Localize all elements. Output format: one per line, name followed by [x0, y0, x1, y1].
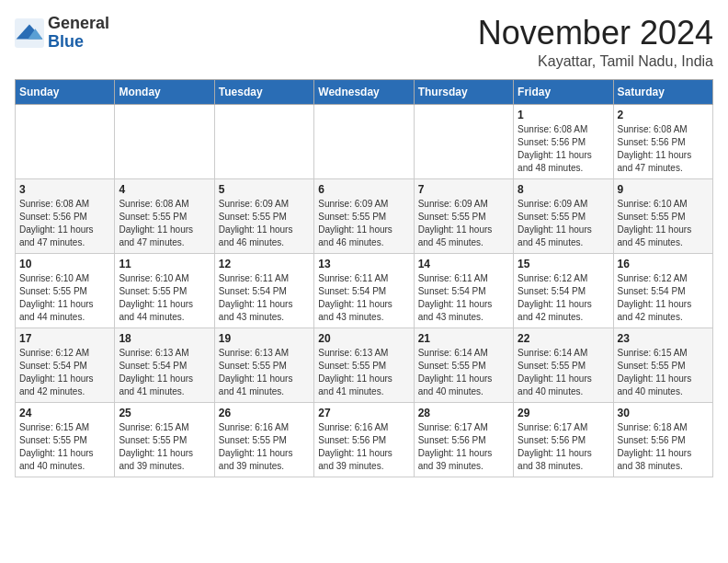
day-info: Sunrise: 6:18 AM Sunset: 5:56 PM Dayligh…	[618, 421, 709, 473]
calendar-cell	[115, 104, 214, 178]
day-info: Sunrise: 6:09 AM Sunset: 5:55 PM Dayligh…	[418, 198, 509, 249]
calendar-cell: 17Sunrise: 6:12 AM Sunset: 5:54 PM Dayli…	[16, 327, 115, 402]
day-number: 4	[119, 183, 210, 196]
calendar-cell	[414, 104, 513, 178]
day-number: 17	[19, 332, 110, 345]
logo-text: General Blue	[48, 15, 109, 52]
day-number: 24	[19, 407, 110, 419]
weekday-header-thursday: Thursday	[414, 79, 513, 104]
calendar-cell: 12Sunrise: 6:11 AM Sunset: 5:54 PM Dayli…	[214, 253, 313, 327]
day-number: 10	[19, 258, 110, 270]
day-number: 6	[318, 183, 409, 196]
day-info: Sunrise: 6:15 AM Sunset: 5:55 PM Dayligh…	[618, 347, 709, 398]
day-number: 22	[518, 332, 609, 345]
day-number: 14	[418, 258, 509, 270]
calendar-cell: 20Sunrise: 6:13 AM Sunset: 5:55 PM Dayli…	[314, 327, 414, 402]
location: Kayattar, Tamil Nadu, India	[478, 53, 713, 70]
day-info: Sunrise: 6:17 AM Sunset: 5:56 PM Dayligh…	[518, 421, 609, 473]
day-number: 30	[618, 407, 709, 419]
day-number: 5	[219, 183, 310, 196]
calendar-week-4: 24Sunrise: 6:15 AM Sunset: 5:55 PM Dayli…	[16, 402, 713, 477]
calendar-cell: 13Sunrise: 6:11 AM Sunset: 5:54 PM Dayli…	[314, 253, 414, 327]
day-number: 28	[418, 407, 509, 419]
day-info: Sunrise: 6:15 AM Sunset: 5:55 PM Dayligh…	[19, 421, 110, 473]
day-info: Sunrise: 6:08 AM Sunset: 5:56 PM Dayligh…	[618, 123, 709, 175]
calendar-cell: 23Sunrise: 6:15 AM Sunset: 5:55 PM Dayli…	[613, 327, 712, 402]
day-number: 3	[19, 183, 110, 196]
calendar-cell	[16, 104, 115, 178]
day-number: 9	[618, 183, 709, 196]
day-info: Sunrise: 6:09 AM Sunset: 5:55 PM Dayligh…	[219, 198, 310, 249]
calendar-cell: 24Sunrise: 6:15 AM Sunset: 5:55 PM Dayli…	[16, 402, 115, 477]
calendar-cell: 30Sunrise: 6:18 AM Sunset: 5:56 PM Dayli…	[613, 402, 712, 477]
calendar-cell: 22Sunrise: 6:14 AM Sunset: 5:55 PM Dayli…	[514, 327, 613, 402]
weekday-header-monday: Monday	[115, 79, 214, 104]
calendar-cell: 6Sunrise: 6:09 AM Sunset: 5:55 PM Daylig…	[314, 178, 414, 253]
day-info: Sunrise: 6:16 AM Sunset: 5:55 PM Dayligh…	[219, 421, 310, 473]
calendar-cell	[314, 104, 414, 178]
calendar-cell: 16Sunrise: 6:12 AM Sunset: 5:54 PM Dayli…	[613, 253, 712, 327]
day-info: Sunrise: 6:11 AM Sunset: 5:54 PM Dayligh…	[418, 272, 509, 324]
day-info: Sunrise: 6:11 AM Sunset: 5:54 PM Dayligh…	[219, 272, 310, 324]
day-number: 23	[618, 332, 709, 345]
day-info: Sunrise: 6:13 AM Sunset: 5:55 PM Dayligh…	[318, 347, 409, 398]
calendar-cell: 26Sunrise: 6:16 AM Sunset: 5:55 PM Dayli…	[214, 402, 313, 477]
day-number: 8	[518, 183, 609, 196]
day-info: Sunrise: 6:15 AM Sunset: 5:55 PM Dayligh…	[119, 421, 210, 473]
calendar-cell: 5Sunrise: 6:09 AM Sunset: 5:55 PM Daylig…	[214, 178, 313, 253]
weekday-header-friday: Friday	[514, 79, 613, 104]
calendar-cell: 29Sunrise: 6:17 AM Sunset: 5:56 PM Dayli…	[514, 402, 613, 477]
calendar-cell: 11Sunrise: 6:10 AM Sunset: 5:55 PM Dayli…	[115, 253, 214, 327]
day-number: 19	[219, 332, 310, 345]
day-number: 21	[418, 332, 509, 345]
calendar-cell: 8Sunrise: 6:09 AM Sunset: 5:55 PM Daylig…	[514, 178, 613, 253]
day-number: 12	[219, 258, 310, 270]
day-number: 15	[518, 258, 609, 270]
calendar-cell: 18Sunrise: 6:13 AM Sunset: 5:54 PM Dayli…	[115, 327, 214, 402]
weekday-header-sunday: Sunday	[16, 79, 115, 104]
day-number: 25	[119, 407, 210, 419]
day-info: Sunrise: 6:09 AM Sunset: 5:55 PM Dayligh…	[318, 198, 409, 249]
month-title: November 2024	[478, 15, 713, 52]
day-info: Sunrise: 6:08 AM Sunset: 5:56 PM Dayligh…	[19, 198, 110, 249]
calendar-table: SundayMondayTuesdayWednesdayThursdayFrid…	[15, 79, 713, 477]
calendar-week-3: 17Sunrise: 6:12 AM Sunset: 5:54 PM Dayli…	[16, 327, 713, 402]
logo: General Blue	[15, 15, 109, 52]
day-info: Sunrise: 6:11 AM Sunset: 5:54 PM Dayligh…	[318, 272, 409, 324]
day-info: Sunrise: 6:10 AM Sunset: 5:55 PM Dayligh…	[19, 272, 110, 324]
day-number: 7	[418, 183, 509, 196]
day-info: Sunrise: 6:14 AM Sunset: 5:55 PM Dayligh…	[518, 347, 609, 398]
calendar-week-0: 1Sunrise: 6:08 AM Sunset: 5:56 PM Daylig…	[16, 104, 713, 178]
calendar-cell: 4Sunrise: 6:08 AM Sunset: 5:55 PM Daylig…	[115, 178, 214, 253]
calendar-cell: 19Sunrise: 6:13 AM Sunset: 5:55 PM Dayli…	[214, 327, 313, 402]
calendar-cell: 25Sunrise: 6:15 AM Sunset: 5:55 PM Dayli…	[115, 402, 214, 477]
day-number: 13	[318, 258, 409, 270]
calendar-cell: 14Sunrise: 6:11 AM Sunset: 5:54 PM Dayli…	[414, 253, 513, 327]
day-number: 2	[618, 109, 709, 121]
day-info: Sunrise: 6:12 AM Sunset: 5:54 PM Dayligh…	[618, 272, 709, 324]
day-info: Sunrise: 6:10 AM Sunset: 5:55 PM Dayligh…	[618, 198, 709, 249]
calendar-cell	[214, 104, 313, 178]
calendar-body: 1Sunrise: 6:08 AM Sunset: 5:56 PM Daylig…	[16, 104, 713, 477]
day-info: Sunrise: 6:10 AM Sunset: 5:55 PM Dayligh…	[119, 272, 210, 324]
day-info: Sunrise: 6:16 AM Sunset: 5:56 PM Dayligh…	[318, 421, 409, 473]
day-number: 27	[318, 407, 409, 419]
day-info: Sunrise: 6:08 AM Sunset: 5:55 PM Dayligh…	[119, 198, 210, 249]
weekday-header-tuesday: Tuesday	[214, 79, 313, 104]
title-block: November 2024 Kayattar, Tamil Nadu, Indi…	[478, 15, 713, 70]
day-number: 1	[518, 109, 609, 121]
calendar-cell: 10Sunrise: 6:10 AM Sunset: 5:55 PM Dayli…	[16, 253, 115, 327]
day-info: Sunrise: 6:17 AM Sunset: 5:56 PM Dayligh…	[418, 421, 509, 473]
calendar-cell: 9Sunrise: 6:10 AM Sunset: 5:55 PM Daylig…	[613, 178, 712, 253]
day-number: 29	[518, 407, 609, 419]
logo-icon	[15, 18, 44, 48]
weekday-header-saturday: Saturday	[613, 79, 712, 104]
day-number: 11	[119, 258, 210, 270]
day-info: Sunrise: 6:12 AM Sunset: 5:54 PM Dayligh…	[19, 347, 110, 398]
calendar-cell: 2Sunrise: 6:08 AM Sunset: 5:56 PM Daylig…	[613, 104, 712, 178]
calendar-cell: 15Sunrise: 6:12 AM Sunset: 5:54 PM Dayli…	[514, 253, 613, 327]
day-info: Sunrise: 6:13 AM Sunset: 5:55 PM Dayligh…	[219, 347, 310, 398]
calendar-cell: 28Sunrise: 6:17 AM Sunset: 5:56 PM Dayli…	[414, 402, 513, 477]
day-number: 26	[219, 407, 310, 419]
calendar-cell: 27Sunrise: 6:16 AM Sunset: 5:56 PM Dayli…	[314, 402, 414, 477]
